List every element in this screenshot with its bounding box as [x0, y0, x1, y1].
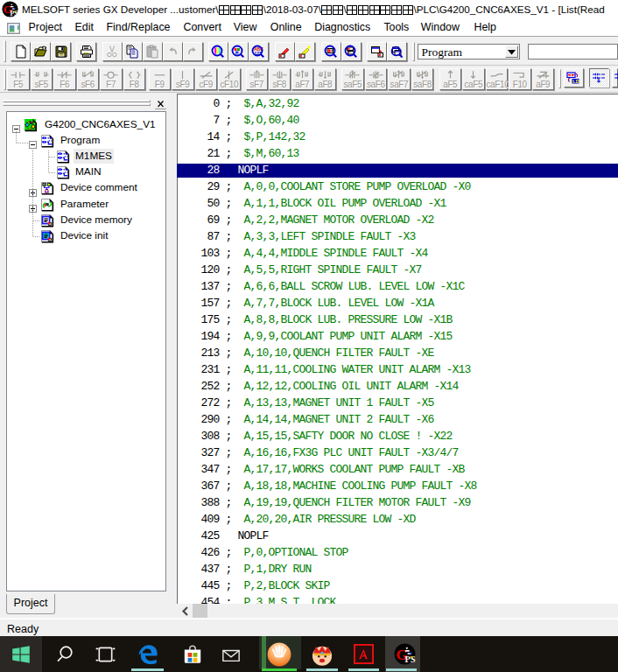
svg-text:PS: PS — [405, 654, 416, 664]
